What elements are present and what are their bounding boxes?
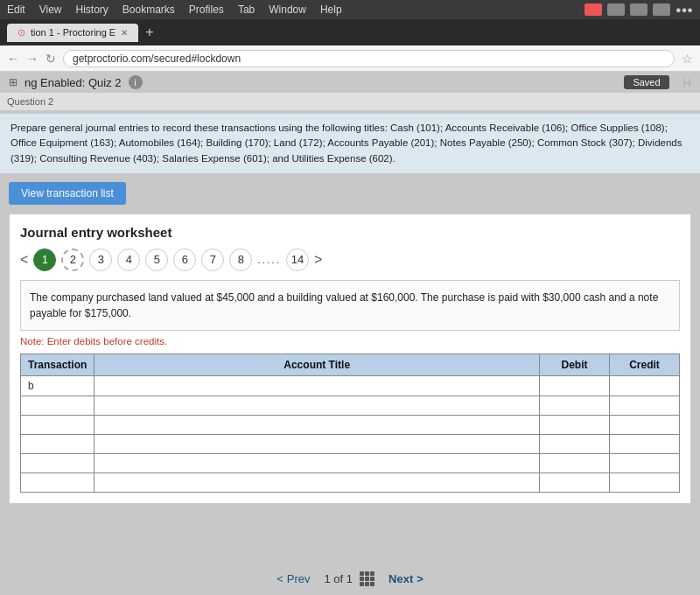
back-icon[interactable]: ← xyxy=(7,52,19,66)
next-label: Next xyxy=(388,572,413,585)
info-icon[interactable]: i xyxy=(129,75,143,89)
debit-input-2[interactable] xyxy=(540,396,610,415)
table-row xyxy=(21,396,680,415)
transaction-cell-3 xyxy=(21,415,94,434)
journal-table: Transaction Account Title Debit Credit b xyxy=(20,354,680,493)
credit-input-1[interactable] xyxy=(610,375,680,396)
page-4[interactable]: 4 xyxy=(117,248,140,271)
table-row xyxy=(21,453,680,472)
instruction-box: Prepare general journal entries to recor… xyxy=(0,114,700,173)
view-transaction-button[interactable]: View transaction list xyxy=(9,182,126,205)
browser-tab-bar: ⊙ tion 1 - Proctoring E ✕ + xyxy=(0,19,700,46)
question-tab[interactable]: Question 2 xyxy=(7,96,53,107)
grid-icon[interactable] xyxy=(360,571,374,586)
page-1[interactable]: 1 xyxy=(33,248,56,271)
address-bar-input[interactable]: getproctorio.com/secured#lockdown xyxy=(63,50,675,67)
browser-menu-bar: Edit View History Bookmarks Profiles Tab… xyxy=(0,0,700,19)
page-5[interactable]: 5 xyxy=(145,248,168,271)
table-row: b xyxy=(21,375,680,396)
transaction-cell-1: b xyxy=(21,375,94,396)
bottom-navigation: < Prev 1 of 1 Next > xyxy=(0,563,700,595)
prev-chevron-icon: < xyxy=(276,572,284,585)
credit-input-5[interactable] xyxy=(610,453,680,472)
menu-tab[interactable]: Tab xyxy=(238,4,255,16)
page-dots: ..... xyxy=(257,254,281,266)
account-input-5[interactable] xyxy=(94,453,540,472)
page-7[interactable]: 7 xyxy=(201,248,224,271)
description-box: The company purchased land valued at $45… xyxy=(20,280,680,331)
credit-input-2[interactable] xyxy=(610,396,680,415)
page-2[interactable]: 2 xyxy=(61,248,84,271)
transaction-cell-2 xyxy=(21,396,94,415)
tab-close-icon[interactable]: ✕ xyxy=(121,28,128,38)
transaction-cell-4 xyxy=(21,434,94,453)
hide-icon[interactable]: H xyxy=(683,76,691,89)
menu-history[interactable]: History xyxy=(75,4,108,16)
apps-icon: ⊞ xyxy=(9,76,18,88)
quiz-title: ng Enabled: Quiz 2 xyxy=(24,76,122,89)
debit-input-1[interactable] xyxy=(540,375,610,396)
menu-bookmarks[interactable]: Bookmarks xyxy=(122,4,175,16)
debit-input-6[interactable] xyxy=(540,472,610,492)
transaction-cell-5 xyxy=(21,453,94,472)
tab-label: tion 1 - Proctoring E xyxy=(31,27,116,38)
page-content: ⊞ ng Enabled: Quiz 2 i Saved H Question … xyxy=(0,72,700,595)
next-page-arrow[interactable]: > xyxy=(314,252,322,268)
account-input-1[interactable] xyxy=(94,375,540,396)
page-14[interactable]: 14 xyxy=(286,248,309,271)
menu-edit[interactable]: Edit xyxy=(7,4,25,16)
tab-indicator: Question 2 xyxy=(0,93,700,110)
page-6[interactable]: 6 xyxy=(173,248,196,271)
saved-badge: Saved xyxy=(624,75,668,89)
menu-profiles[interactable]: Profiles xyxy=(189,4,224,16)
account-input-3[interactable] xyxy=(94,415,540,434)
debit-input-3[interactable] xyxy=(540,415,610,434)
credit-input-4[interactable] xyxy=(610,434,680,453)
forward-icon[interactable]: → xyxy=(26,52,38,66)
transaction-cell-6 xyxy=(21,472,94,492)
page-info-text: 1 of 1 xyxy=(325,572,354,585)
menu-view[interactable]: View xyxy=(39,4,62,16)
prev-label: Prev xyxy=(287,572,311,585)
debit-input-4[interactable] xyxy=(540,434,610,453)
col-header-transaction: Transaction xyxy=(21,354,94,375)
table-row xyxy=(21,472,680,492)
credit-input-6[interactable] xyxy=(610,472,680,492)
menu-window[interactable]: Window xyxy=(269,4,306,16)
page-indicator: 1 of 1 xyxy=(325,571,375,586)
active-tab[interactable]: ⊙ tion 1 - Proctoring E ✕ xyxy=(7,24,138,42)
reload-icon[interactable]: ↻ xyxy=(46,52,56,66)
new-tab-button[interactable]: + xyxy=(145,24,153,40)
credit-input-3[interactable] xyxy=(610,415,680,434)
next-chevron-icon: > xyxy=(416,572,424,585)
next-button[interactable]: Next > xyxy=(388,572,424,585)
prev-page-arrow[interactable]: < xyxy=(20,252,28,268)
col-header-debit: Debit xyxy=(540,354,610,375)
worksheet-title: Journal entry worksheet xyxy=(20,225,680,240)
quiz-header: ⊞ ng Enabled: Quiz 2 i Saved H xyxy=(0,72,700,93)
prev-button[interactable]: < Prev xyxy=(276,572,310,585)
col-header-credit: Credit xyxy=(610,354,680,375)
note-text: Note: Enter debits before credits. xyxy=(20,336,680,346)
account-input-4[interactable] xyxy=(94,434,540,453)
instruction-text: Prepare general journal entries to recor… xyxy=(10,122,682,164)
table-row xyxy=(21,415,680,434)
page-navigation: < 1 2 3 4 5 6 7 8 ..... 14 > xyxy=(20,248,680,271)
worksheet-container: Journal entry worksheet < 1 2 3 4 5 6 7 … xyxy=(9,214,691,504)
table-row xyxy=(21,434,680,453)
account-input-2[interactable] xyxy=(94,396,540,415)
browser-address-bar: ← → ↻ getproctorio.com/secured#lockdown … xyxy=(0,46,700,72)
col-header-account: Account Title xyxy=(94,354,540,375)
page-3[interactable]: 3 xyxy=(89,248,112,271)
description-text: The company purchased land valued at $45… xyxy=(30,291,658,319)
account-input-6[interactable] xyxy=(94,472,540,492)
page-8[interactable]: 8 xyxy=(229,248,252,271)
bookmark-icon[interactable]: ☆ xyxy=(682,52,693,66)
menu-help[interactable]: Help xyxy=(320,4,342,16)
debit-input-5[interactable] xyxy=(540,453,610,472)
